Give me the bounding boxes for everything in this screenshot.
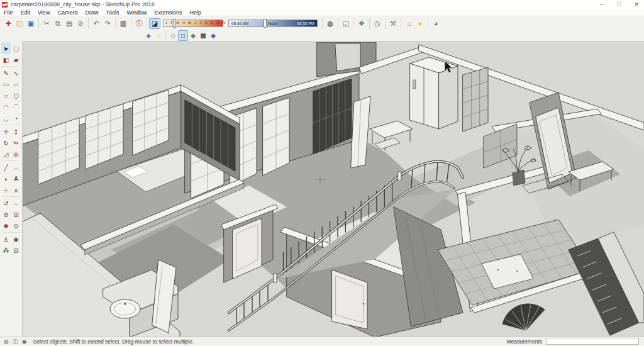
lightbulb-button[interactable]: ● bbox=[414, 18, 426, 29]
erase-button[interactable]: ⊘ bbox=[75, 18, 86, 29]
shaded-button[interactable]: ◆ bbox=[188, 30, 198, 41]
paste-button[interactable]: ▤ bbox=[64, 18, 75, 29]
measurements-input[interactable] bbox=[546, 338, 639, 345]
window-title: carpenter20180608_city_house.skp - Sketc… bbox=[11, 1, 155, 8]
extension-warehouse-button[interactable]: ❖ bbox=[356, 18, 367, 29]
x-ray-button[interactable]: ◈ bbox=[143, 30, 153, 41]
offset-tool[interactable]: ◎ bbox=[11, 148, 21, 160]
standard-toolbar: ✚ ◰ ▣ ✂ ⧉ ▤ ⊘ ↶ ↷ ▥ ⓘ ◪ J F M A M J J A … bbox=[0, 17, 644, 30]
shadows-toggle-button[interactable]: ◪ bbox=[149, 18, 160, 29]
rotated-rectangle-tool[interactable]: ▱ bbox=[11, 79, 21, 90]
monochrome-button[interactable]: ◆ bbox=[208, 30, 218, 41]
menu-draw[interactable]: Draw bbox=[81, 9, 102, 16]
house-model-drawing bbox=[23, 42, 644, 337]
menu-edit[interactable]: Edit bbox=[17, 9, 35, 16]
circle-tool[interactable]: ○ bbox=[1, 90, 11, 101]
print-button[interactable]: ▥ bbox=[118, 18, 129, 29]
scale-tool[interactable]: ◿ bbox=[1, 148, 11, 160]
save-button[interactable]: ▣ bbox=[25, 18, 36, 29]
sketchup-logo-icon bbox=[2, 2, 8, 8]
dimension-tool[interactable]: ↔ bbox=[11, 162, 21, 173]
zoom-previous-tool[interactable]: ⊖ bbox=[11, 220, 21, 232]
hidden-line-button[interactable]: □ bbox=[178, 30, 188, 41]
measurements-label: Measurements bbox=[507, 338, 542, 345]
redo-button[interactable]: ↷ bbox=[102, 18, 113, 29]
sunset-time: 06:53 PM bbox=[297, 21, 314, 26]
back-edges-button[interactable]: ◌ bbox=[153, 30, 164, 41]
add-location-button[interactable]: ◍ bbox=[325, 18, 336, 29]
look-around-tool[interactable]: ◉ bbox=[11, 233, 21, 245]
section-plane-tool[interactable]: ⊟ bbox=[11, 245, 21, 256]
close-button[interactable]: ✕ bbox=[634, 0, 639, 9]
zoom-tool[interactable]: ⊕ bbox=[1, 209, 11, 220]
maximize-button[interactable]: □ bbox=[617, 0, 620, 9]
eraser-tool[interactable]: ▰ bbox=[11, 54, 21, 65]
push-pull-tool[interactable]: ↥ bbox=[11, 126, 21, 137]
two-point-arc-tool[interactable]: ⌒ bbox=[11, 101, 21, 113]
move-tool[interactable]: ✛ bbox=[1, 126, 11, 137]
shadow-date-slider[interactable]: J F M A M J J A S O N D bbox=[163, 20, 223, 27]
help-status-icon[interactable]: ⓘ bbox=[13, 338, 18, 346]
menu-window[interactable]: Window bbox=[123, 9, 150, 16]
zoom-extents-tool[interactable]: ✺ bbox=[1, 220, 11, 232]
menu-camera[interactable]: Camera bbox=[53, 9, 81, 16]
freehand-tool[interactable]: ∿ bbox=[11, 67, 21, 79]
large-tool-set: ➤ ▢ ◧ ▰ ✎ ∿ ▭ ▱ ○ ⬡ ◠ ⌒ ◡ ◔ ✛ ↥ ↻ ↬ ◿ ◎ … bbox=[0, 42, 23, 337]
menu-help[interactable]: Help bbox=[186, 9, 205, 16]
open-button[interactable]: ◰ bbox=[14, 18, 25, 29]
cut-button[interactable]: ✂ bbox=[41, 18, 52, 29]
orbit-tool[interactable]: ↺ bbox=[1, 198, 11, 209]
axes-tool[interactable]: ⊹ bbox=[1, 184, 11, 196]
copy-button[interactable]: ⧉ bbox=[52, 18, 64, 29]
sunrise-time: 08:46 AM bbox=[231, 21, 248, 26]
polygon-tool[interactable]: ⬡ bbox=[11, 90, 21, 101]
3d-text-tool[interactable]: ᴀ bbox=[11, 184, 21, 196]
3d-warehouse-button[interactable]: ⌂ bbox=[403, 18, 414, 29]
arc-tool[interactable]: ◠ bbox=[1, 101, 11, 113]
rectangle-tool[interactable]: ▭ bbox=[1, 79, 11, 90]
noon-label: Noon bbox=[268, 21, 278, 26]
status-bar: ◍ ⓘ ◉ Select objects. Shift to extend se… bbox=[0, 337, 644, 346]
three-point-arc-tool[interactable]: ◡ bbox=[1, 113, 11, 124]
zoom-window-tool[interactable]: ⊞ bbox=[11, 209, 21, 220]
pan-tool[interactable]: ⇔ bbox=[11, 198, 21, 209]
wireframe-button[interactable]: ◇ bbox=[168, 30, 178, 41]
model-info-button[interactable]: ⓘ bbox=[133, 18, 145, 29]
paint-bucket-tool[interactable]: ◧ bbox=[1, 54, 11, 65]
menu-extensions[interactable]: Extensions bbox=[150, 9, 186, 16]
geolocation-status-icon[interactable]: ◍ bbox=[4, 338, 9, 345]
menu-view[interactable]: View bbox=[34, 9, 53, 16]
clock-button[interactable]: ◷ bbox=[372, 18, 383, 29]
time-slider-handle[interactable] bbox=[264, 19, 267, 28]
protractor-tool[interactable]: ◗ bbox=[1, 173, 11, 184]
menu-tools[interactable]: Tools bbox=[102, 9, 123, 16]
model-viewport[interactable] bbox=[23, 42, 644, 337]
tape-measure-tool[interactable]: ╱ bbox=[1, 162, 11, 173]
shadow-time-slider[interactable]: 08:46 AM Noon 06:53 PM bbox=[228, 20, 318, 27]
menu-bar: File Edit View Camera Draw Tools Window … bbox=[0, 9, 644, 17]
minimize-button[interactable]: – bbox=[600, 0, 603, 9]
follow-me-tool[interactable]: ↬ bbox=[11, 137, 21, 148]
position-camera-tool[interactable]: ♙ bbox=[1, 233, 11, 245]
date-slider-handle[interactable] bbox=[173, 19, 176, 28]
new-button[interactable]: ✚ bbox=[3, 18, 14, 29]
undo-button[interactable]: ↶ bbox=[91, 18, 102, 29]
rotate-tool[interactable]: ↻ bbox=[1, 137, 11, 148]
walk-tool[interactable]: ⁂ bbox=[1, 245, 11, 256]
text-tool[interactable]: A bbox=[11, 173, 21, 184]
select-tool[interactable]: ➤ bbox=[1, 43, 11, 54]
menu-file[interactable]: File bbox=[0, 9, 17, 16]
make-component-tool[interactable]: ▢ bbox=[11, 43, 21, 54]
credits-status-icon[interactable]: ◉ bbox=[22, 338, 27, 345]
shaded-with-textures-button[interactable]: ▩ bbox=[198, 30, 208, 41]
styles-toolbar: ◈ ◌ ◇ □ ◆ ▩ ◆ bbox=[0, 30, 644, 42]
sketchup-help-button[interactable]: ◕ bbox=[430, 18, 441, 29]
title-bar: carpenter20180608_city_house.skp - Sketc… bbox=[0, 0, 644, 9]
wrench-button[interactable]: ⚒ bbox=[387, 18, 399, 29]
share-model-button[interactable]: ◱ bbox=[340, 18, 352, 29]
pie-tool[interactable]: ◔ bbox=[11, 113, 21, 124]
status-hint: Select objects. Shift to extend select. … bbox=[33, 338, 194, 345]
line-tool[interactable]: ✎ bbox=[1, 67, 11, 79]
